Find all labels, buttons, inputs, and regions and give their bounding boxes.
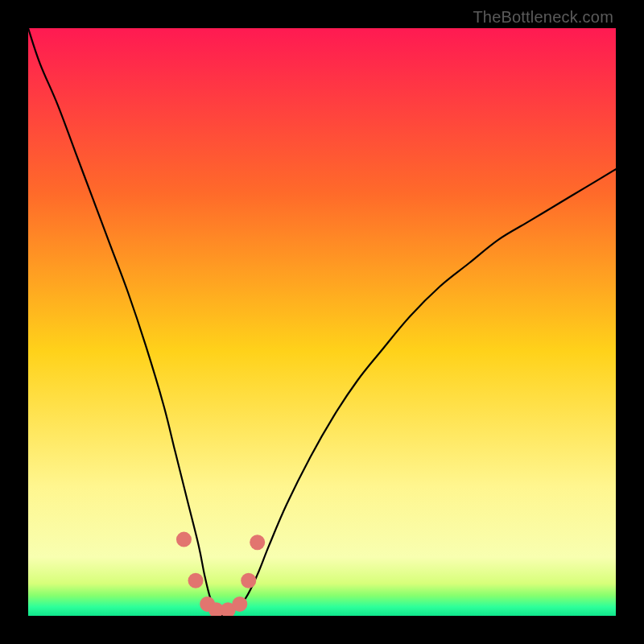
marker-dot <box>176 532 192 547</box>
marker-dot <box>250 535 265 550</box>
marker-dot <box>188 573 204 588</box>
bottleneck-chart <box>28 28 616 616</box>
gradient-background <box>28 28 616 616</box>
watermark-text: TheBottleneck.com <box>473 8 613 27</box>
marker-dot <box>232 597 247 612</box>
plot-area <box>28 28 616 616</box>
marker-dot <box>241 573 256 588</box>
chart-frame: TheBottleneck.com <box>0 0 644 644</box>
